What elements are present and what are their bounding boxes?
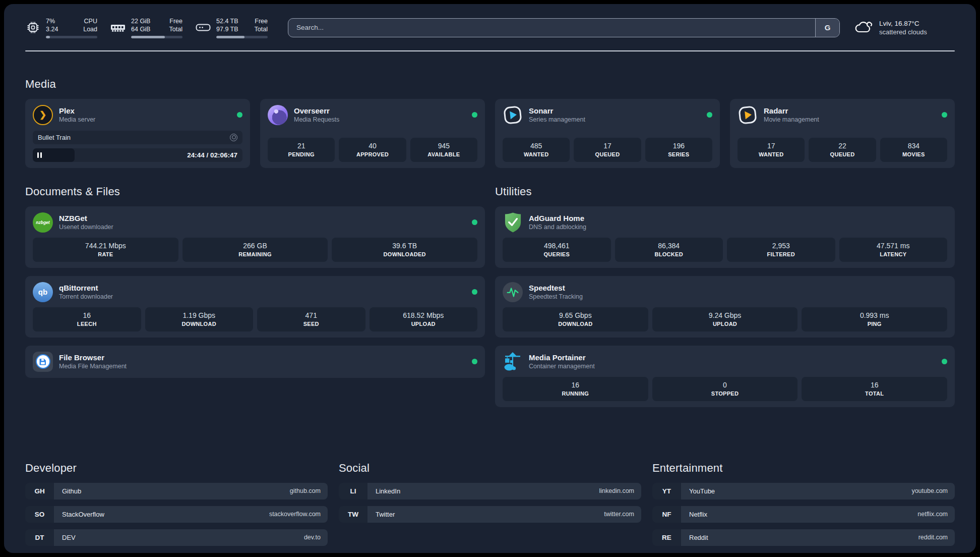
stats-row: 485WANTED 17QUEUED 196SERIES xyxy=(503,138,712,162)
stat-value: 39.6 TB xyxy=(334,242,475,250)
now-playing-row: Bullet Train xyxy=(33,131,242,144)
link-github[interactable]: GH Githubgithub.com xyxy=(25,483,328,499)
link-tag: RE xyxy=(652,529,681,546)
app-description: Container management xyxy=(529,363,595,370)
app-card-plex[interactable]: ❯ Plex Media server Bullet Train 24:44 / xyxy=(25,99,250,168)
cpu-progress-bar xyxy=(46,36,97,38)
stat-label: DOWNLOADED xyxy=(334,251,475,257)
link-dev[interactable]: DT DEVdev.to xyxy=(25,529,328,546)
search-bar: G xyxy=(288,18,840,37)
app-card-radarr[interactable]: Radarr Movie management 17WANTED 22QUEUE… xyxy=(730,99,955,168)
link-twitter[interactable]: TW Twittertwitter.com xyxy=(339,506,641,523)
section-title-entertainment: Entertainment xyxy=(652,462,955,475)
search-engine-button[interactable]: G xyxy=(815,19,839,37)
app-name: Media Portainer xyxy=(529,353,595,362)
stats-row: 744.21 MbpsRATE 266 GBREMAINING 39.6 TBD… xyxy=(33,238,477,262)
storage-progress-fill xyxy=(216,36,244,38)
app-card-adguard[interactable]: AdGuard Home DNS and adblocking 498,461Q… xyxy=(495,206,955,268)
stat-box: 17QUEUED xyxy=(574,138,641,162)
stat-value: 40 xyxy=(341,142,404,150)
status-dot xyxy=(942,112,947,118)
player-progress-bar[interactable]: 24:44 / 02:06:47 xyxy=(33,148,242,162)
stat-label: UPLOAD xyxy=(654,321,796,327)
stat-label: QUEUED xyxy=(811,151,874,157)
stat-label: PING xyxy=(804,321,945,327)
stat-box: 47.571 msLATENCY xyxy=(839,238,948,262)
link-name: LinkedIn xyxy=(376,487,400,495)
stat-value: 16 xyxy=(804,381,945,389)
stat-box: 485WANTED xyxy=(503,138,570,162)
top-bar: 7%CPU 3.24Load 22 GiBFree 64 GiBTotal xyxy=(4,4,976,38)
qbittorrent-icon: qb xyxy=(33,282,53,302)
stat-box: 744.21 MbpsRATE xyxy=(33,238,178,262)
stat-label: RUNNING xyxy=(505,391,646,397)
link-linkedin[interactable]: LI LinkedInlinkedin.com xyxy=(339,483,641,499)
stat-value: 47.571 ms xyxy=(841,242,946,250)
stat-value: 22 xyxy=(811,142,874,150)
stat-label: TOTAL xyxy=(804,391,945,397)
app-name: qBittorrent xyxy=(59,284,113,292)
cpu-load-label: Load xyxy=(83,25,97,33)
stat-value: 9.24 Gbps xyxy=(654,311,796,319)
pause-icon[interactable] xyxy=(37,152,42,158)
link-section-entertainment: Entertainment YT YouTubeyoutube.com NF N… xyxy=(652,435,955,546)
speedtest-icon xyxy=(503,282,523,302)
documents-column: Documents & Files nzbget NZBGet Usenet d… xyxy=(25,185,485,378)
app-description: Torrent downloader xyxy=(59,293,113,300)
stat-label: WANTED xyxy=(740,151,803,157)
app-name: AdGuard Home xyxy=(529,214,586,222)
app-card-speedtest[interactable]: Speedtest Speedtest Tracking 9.65 GbpsDO… xyxy=(495,276,955,338)
app-card-qbittorrent[interactable]: qb qBittorrent Torrent downloader 16LEEC… xyxy=(25,276,485,338)
section-title-documents: Documents & Files xyxy=(25,185,485,198)
storage-free: 52.4 TB xyxy=(216,17,238,25)
stats-row: 16RUNNING 0STOPPED 16TOTAL xyxy=(503,377,947,401)
app-description: Movie management xyxy=(764,116,819,123)
stat-value: 16 xyxy=(35,311,139,319)
stat-label: LEECH xyxy=(35,321,139,327)
link-url: youtube.com xyxy=(911,487,948,494)
link-reddit[interactable]: RE Redditreddit.com xyxy=(652,529,955,546)
link-name: Twitter xyxy=(376,511,395,518)
link-tag: NF xyxy=(652,506,681,523)
adguard-icon xyxy=(503,212,523,233)
stats-row: 498,461QUERIES 86,384BLOCKED 2,953FILTER… xyxy=(503,238,947,262)
session-icon[interactable] xyxy=(230,134,237,141)
stat-box: 9.24 GbpsUPLOAD xyxy=(652,307,798,331)
stat-value: 618.52 Mbps xyxy=(372,311,476,319)
search-input[interactable] xyxy=(288,19,839,37)
app-card-overseerr[interactable]: Overseerr Media Requests 21PENDING 40APP… xyxy=(260,99,485,168)
stat-value: 945 xyxy=(412,142,475,150)
stat-value: 2,953 xyxy=(729,242,833,250)
link-stackoverflow[interactable]: SO StackOverflowstackoverflow.com xyxy=(25,506,328,523)
stat-box: 196SERIES xyxy=(645,138,712,162)
media-card-grid: ❯ Plex Media server Bullet Train 24:44 / xyxy=(25,99,955,168)
stat-value: 471 xyxy=(259,311,363,319)
status-dot xyxy=(472,359,477,364)
stat-label: REMAINING xyxy=(185,251,326,257)
app-name: NZBGet xyxy=(59,214,113,222)
stat-box: 16RUNNING xyxy=(503,377,648,401)
section-title-media: Media xyxy=(25,78,955,91)
stat-value: 485 xyxy=(505,142,568,150)
memory-stat: 22 GiBFree 64 GiBTotal xyxy=(110,17,182,38)
section-title-utilities: Utilities xyxy=(495,185,955,198)
section-title-social: Social xyxy=(339,462,641,475)
stat-box: 21PENDING xyxy=(268,138,335,162)
stat-label: BLOCKED xyxy=(617,251,721,257)
link-netflix[interactable]: NF Netflixnetflix.com xyxy=(652,506,955,523)
stats-row: 16LEECH 1.19 GbpsDOWNLOAD 471SEED 618.52… xyxy=(33,307,477,331)
app-card-filebrowser[interactable]: File Browser Media File Management xyxy=(25,346,485,378)
link-tag: SO xyxy=(25,506,54,523)
stat-label: APPROVED xyxy=(341,151,404,157)
app-card-portainer[interactable]: Media Portainer Container management 16R… xyxy=(495,346,955,407)
app-card-sonarr[interactable]: Sonarr Series management 485WANTED 17QUE… xyxy=(495,99,720,168)
storage-progress-bar xyxy=(216,36,268,38)
stat-value: 86,384 xyxy=(617,242,721,250)
player-progress-fill xyxy=(33,148,75,162)
link-youtube[interactable]: YT YouTubeyoutube.com xyxy=(652,483,955,499)
app-description: Media Requests xyxy=(294,116,339,123)
stat-label: QUERIES xyxy=(505,251,609,257)
stat-label: SEED xyxy=(259,321,363,327)
storage-icon xyxy=(196,22,211,33)
app-card-nzbget[interactable]: nzbget NZBGet Usenet downloader 744.21 M… xyxy=(25,206,485,268)
